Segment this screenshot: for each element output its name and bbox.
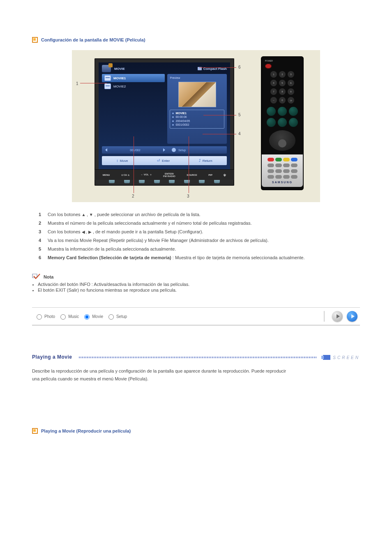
legend-item: 6 Memory Card Selection (Selección de ta… [39,254,360,261]
movie-screen-figure: MOVIE Compact Flash MOVIE1 MOVIE2 Previe… [72,50,320,202]
up-down-arrows-icon: ▲ , ▼ [82,212,93,217]
setup-label: Setup [178,149,186,152]
mode-option-photo[interactable]: Photo [35,313,55,320]
remote-numpad: 123 456 789 –0⟳ [270,71,294,104]
legend-item: 1 Con los botones ▲ , ▼ , puede seleccio… [39,211,360,218]
section-bullet-icon [32,428,38,434]
screen-logo-icon [323,355,330,360]
setup-gear-icon [172,148,176,152]
legend-item: 5 Muestra la información de la película … [39,246,360,253]
mode-radio[interactable] [108,314,114,320]
screen-tag-label: SCREEN [333,355,360,360]
mode-option-movie[interactable]: Movie [82,313,103,320]
mode-label: Music [68,314,79,319]
callout-number: 6 [238,65,241,69]
tv-btn-label: PIP [208,174,212,176]
section-bullet-icon [32,37,38,43]
next-button[interactable] [347,311,357,322]
callout-number: 2 [132,194,134,198]
callout-number: 1 [76,81,78,86]
callout-number: 4 [238,131,241,136]
play-icon [351,314,355,318]
movie-list-item: MOVIE1 [102,74,165,82]
mode-label: Movie [92,314,103,319]
movie-list: MOVIE1 MOVIE2 [102,74,165,144]
movie-file-icon [104,75,111,81]
mode-radio[interactable] [60,314,66,320]
section-2-description: Describe la reproducción de una película… [32,367,287,382]
note-label: Nota [44,274,53,279]
help-bar: ↕Move ⏎Enter ⤴Return [102,156,227,165]
movie-file-icon [104,83,111,89]
movie-list-item: MOVIE2 [102,82,165,90]
legend-item: 3 Con los botones ◀ , ▶ , de el mando pu… [39,228,360,235]
wiselink-logo-icon [102,65,111,72]
screen-tag: SCREEN [323,355,360,360]
section-title-3: Playing a Movie (Reproducir una película… [41,428,131,433]
mode-label: Photo [44,314,55,319]
return-icon: ⤴ [199,159,201,163]
mode-radio[interactable] [84,314,90,320]
tv-btn-label: － VOL ＋ [141,173,152,177]
preview-label: Preview [170,76,224,79]
legend-list: 1 Con los botones ▲ , ▼ , puede seleccio… [39,211,360,261]
mode-label: Setup [116,314,127,319]
page-left-icon [105,148,107,152]
note-check-icon [32,274,40,280]
note-item: El botón EXIT (Salir) no funciona mientr… [38,288,360,292]
preview-panel: Preview MOVIE1 00:00:06 2004/04/05 0001/… [167,74,227,144]
tv-frame: MOVIE Compact Flash MOVIE1 MOVIE2 Previe… [95,58,234,186]
tv-btn-label: ENTER/ FM RADIO [163,173,175,177]
remote-control: POWER 123 456 789 –0⟳ SAMSUNG [261,56,304,190]
mode-option-setup[interactable]: Setup [106,313,127,320]
remote-brand: SAMSUNG [272,181,293,184]
note-block: Nota Activación del botón INFO : Activa/… [32,274,360,292]
page-right-icon [163,148,165,152]
remote-power-button-icon [265,64,272,69]
move-icon: ↕ [116,159,118,163]
tv-btn-label: ⏻ [224,174,226,176]
remote-dpad [269,130,295,151]
mode-navigation: Photo Music Movie Setup [32,307,360,325]
tv-osd: MOVIE Compact Flash MOVIE1 MOVIE2 Previe… [99,62,230,169]
osd-title: MOVIE [114,67,125,71]
note-item: Activación del botón INFO : Activa/desac… [38,282,360,287]
enter-icon: ⏎ [157,159,160,163]
mode-option-music[interactable]: Music [58,313,79,320]
section-title-2: Playing a Movie [32,354,72,360]
section-title-1: Configuración de la pantalla de MOVIE (P… [41,37,145,42]
tv-front-buttons: MENU ∨ CH ∧ － VOL ＋ ENTER/ FM RADIO SOUR… [95,169,234,186]
play-icon [337,314,340,318]
legend-item: 4 Va a los menús Movie Repeat (Repetir p… [39,237,360,244]
movie-info-box: MOVIE1 00:00:06 2004/04/05 0001/0002 [170,110,224,129]
left-right-arrows-icon: ◀ , ▶ [82,230,92,234]
preview-thumbnail [178,82,216,107]
remote-power-label: POWER [265,60,273,62]
dotted-divider [79,357,317,358]
prev-button[interactable] [332,311,343,322]
tv-btn-label: MENU [103,174,110,176]
page-indicator: 001/002 [130,149,140,152]
remote-mid-buttons [267,107,298,127]
mode-radio[interactable] [37,314,42,320]
legend-item: 2 Muestra el número de la película selec… [39,220,360,227]
tv-btn-label: SOURCE [187,174,197,176]
tv-btn-label: ∨ CH ∧ [121,173,129,176]
callout-number: 5 [238,113,241,117]
callout-number: 3 [187,194,189,198]
page-setup-bar: 001/002 Setup [102,146,227,154]
